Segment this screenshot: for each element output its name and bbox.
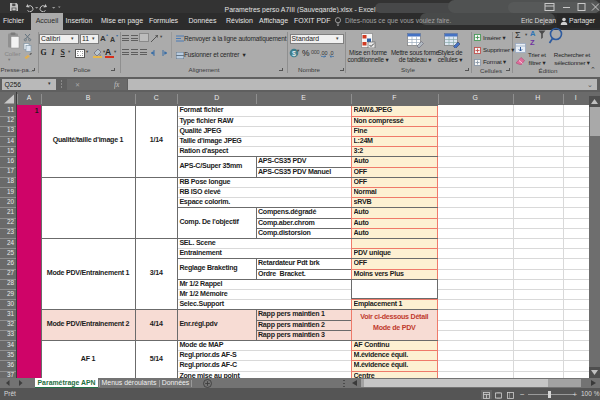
svg-text:Z: Z (530, 38, 535, 47)
svg-text:A: A (530, 29, 536, 38)
svg-text:$: $ (292, 50, 296, 57)
svg-text:,00: ,00 (320, 50, 328, 56)
